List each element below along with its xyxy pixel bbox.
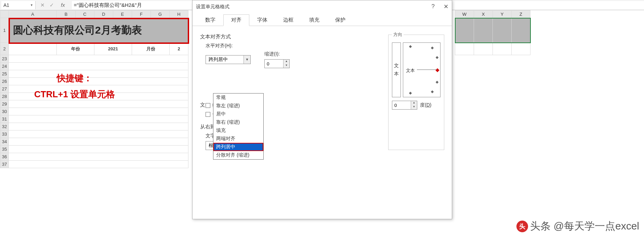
tab-number[interactable]: 数字 [197,14,223,26]
text-alignment-section: 文本对齐方式 [200,34,374,40]
row-header[interactable]: 25 [0,70,9,78]
row-2: 2 年份 2021 月份 2 [0,43,188,55]
indent-label: 缩进(I): [264,51,290,57]
option-center[interactable]: 居中 [213,110,263,118]
col-header[interactable]: Z [512,11,530,18]
annotation-line1: 快捷键： [34,70,115,86]
col-header[interactable]: G [151,11,170,18]
row-header[interactable]: 31 [0,115,9,123]
row-header[interactable]: 30 [0,108,9,115]
checkbox-icon [206,103,210,108]
annotation-line2: CTRL+1 设置单元格 [34,86,115,102]
col-header[interactable]: X [474,11,493,18]
spin-down-icon[interactable]: ▼ [411,105,417,109]
dialog-title: 设置单元格格式 [196,4,229,10]
cell[interactable] [9,115,188,123]
cell[interactable] [9,153,188,161]
cell[interactable] [9,63,188,70]
option-fill[interactable]: 填充 [213,126,263,135]
horizontal-align-combo[interactable]: ▼ [206,55,251,64]
cell[interactable] [9,108,188,115]
dialog-titlebar: 设置单元格格式 ? ✕ [193,0,452,12]
row-header[interactable]: 24 [0,63,9,70]
tab-border[interactable]: 边框 [275,14,301,26]
option-left-indent[interactable]: 靠左 (缩进) [213,102,263,110]
col-header[interactable]: B [57,11,76,18]
col-header[interactable]: F [132,11,151,18]
help-icon[interactable]: ? [432,3,435,10]
row-header[interactable]: 2 [0,43,9,55]
indent-value[interactable] [265,60,283,68]
watermark: 头 头条 @每天学一点excel [516,219,639,233]
col-header[interactable]: A [9,11,57,18]
row-header[interactable]: 35 [0,146,9,153]
tab-protection[interactable]: 保护 [327,14,353,26]
spin-up-icon[interactable]: ▲ [411,101,417,105]
watermark-text: 头条 @每天学一点excel [530,219,639,233]
name-box[interactable]: A1 ▼ [1,1,36,9]
checkbox-icon [206,112,210,117]
option-general[interactable]: 常规 [213,94,263,102]
row-header[interactable]: 33 [0,131,9,138]
row-header[interactable]: 34 [0,138,9,146]
fx-icon[interactable]: fx [59,2,67,8]
row-header[interactable]: 32 [0,123,9,131]
degree-spinner[interactable]: ▲▼ [392,101,417,110]
tab-fill[interactable]: 填充 [301,14,327,26]
cell-month-value[interactable]: 2 [170,43,188,55]
cell-year-label[interactable]: 年份 [57,43,94,55]
option-justify[interactable]: 两端对齐 [213,135,263,143]
confirm-icon[interactable]: ✓ [50,2,54,8]
row-header[interactable]: 27 [0,85,9,93]
row-header[interactable]: 29 [0,100,9,108]
col-header[interactable]: Y [493,11,512,18]
orientation-text-label: 文本 [406,67,415,74]
horizontal-align-dropdown[interactable]: 常规 靠左 (缩进) 居中 靠右 (缩进) 填充 两端对齐 跨列居中 分散对齐 … [213,93,264,160]
tab-font[interactable]: 字体 [249,14,275,26]
column-headers: A B C D E F G H [0,11,188,18]
indent-spinner[interactable]: ▲▼ [264,59,290,68]
degree-label: 度(D) [420,102,431,108]
spreadsheet-grid[interactable]: A B C D E F G H 1 圆心科技有限公司2月考勤表 2 年份 202… [0,10,188,168]
merged-title-cell[interactable]: 圆心科技有限公司2月考勤表 [9,18,188,43]
cell-month-label[interactable]: 月份 [132,43,170,55]
cell[interactable] [9,55,188,63]
cell-year-value[interactable]: 2021 [94,43,132,55]
horizontal-align-label: 水平对齐(H): [206,43,374,49]
row-header[interactable]: 36 [0,153,9,161]
row-header[interactable]: 1 [0,18,9,43]
degree-value[interactable] [392,101,411,109]
row-header[interactable]: 37 [0,161,9,168]
option-distributed[interactable]: 分散对齐 (缩进) [213,151,263,159]
cell[interactable] [9,43,57,55]
vertical-text-button[interactable]: 文 本 [392,42,401,97]
cell[interactable] [9,138,188,146]
cell[interactable] [9,131,188,138]
orientation-handle[interactable] [435,68,439,72]
select-all-corner[interactable] [0,11,9,18]
row-header[interactable]: 28 [0,93,9,100]
cancel-icon[interactable]: ✕ [40,2,45,8]
col-header[interactable]: D [94,11,113,18]
tab-alignment[interactable]: 对齐 [223,14,249,26]
col-header[interactable]: W [455,11,474,18]
close-icon[interactable]: ✕ [444,3,448,10]
row-header[interactable]: 23 [0,55,9,63]
cell[interactable] [9,161,188,168]
col-header[interactable]: H [170,11,188,18]
horizontal-align-value[interactable] [206,56,244,63]
spin-up-icon[interactable]: ▲ [284,60,289,64]
chevron-down-icon[interactable]: ▼ [244,55,250,64]
cell[interactable] [9,146,188,153]
orientation-dial[interactable]: 文本 [403,42,441,97]
col-header[interactable]: C [76,11,94,18]
option-right-indent[interactable]: 靠右 (缩进) [213,118,263,126]
row-header[interactable]: 26 [0,78,9,85]
partial-label: 文 [200,102,205,108]
spin-down-icon[interactable]: ▼ [284,64,289,68]
col-header[interactable]: E [113,11,132,18]
cell[interactable] [9,123,188,131]
option-center-across[interactable]: 跨列居中 [213,143,263,151]
orientation-label: 方向 [392,32,404,38]
chevron-down-icon[interactable]: ▼ [30,3,33,7]
